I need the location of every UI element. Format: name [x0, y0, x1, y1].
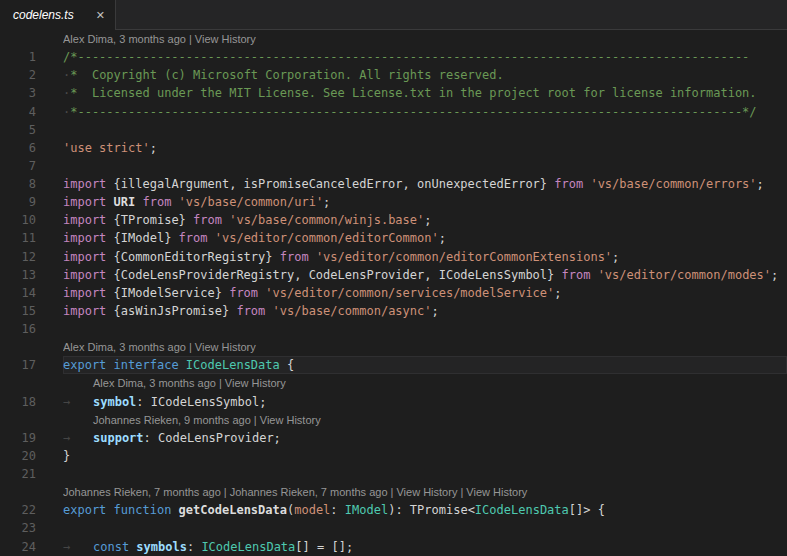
code-line-content[interactable]: export interface ICodeLensData { — [63, 356, 787, 374]
code-line-content[interactable]: ·* Licensed under the MIT License. See L… — [63, 84, 787, 102]
line-number[interactable]: 9 — [0, 195, 63, 209]
token-prop: symbol — [93, 395, 136, 409]
line-number[interactable]: 24 — [0, 540, 63, 554]
code-row: 9import URI from 'vs/base/common/uri'; — [0, 193, 787, 211]
code-line-content[interactable]: import {illegalArgument, isPromiseCancel… — [63, 175, 787, 193]
code-line-content[interactable]: 'use strict'; — [63, 139, 787, 157]
code-line-content[interactable]: /*--------------------------------------… — [63, 48, 787, 66]
code-row: 1/*-------------------------------------… — [0, 48, 787, 66]
line-number[interactable]: 18 — [0, 395, 63, 409]
line-number[interactable]: 6 — [0, 141, 63, 155]
code-line-content[interactable] — [63, 121, 787, 139]
code-line-content[interactable]: import {TPromise} from 'vs/base/common/w… — [63, 211, 787, 229]
code-line-content[interactable] — [63, 157, 787, 175]
token-ctrl: import — [63, 304, 114, 318]
code-line-content[interactable]: import {CommonEditorRegistry} from 'vs/e… — [63, 248, 787, 266]
line-number[interactable]: 17 — [0, 358, 63, 372]
line-number[interactable]: 1 — [0, 50, 63, 64]
code-row: 6'use strict'; — [0, 139, 787, 157]
code-line-content[interactable] — [63, 519, 787, 537]
token-plain: {CodeLensProviderRegistry, CodeLensProvi… — [114, 268, 562, 282]
line-number[interactable]: 14 — [0, 286, 63, 300]
code-text: } — [63, 449, 70, 463]
code-line-content[interactable]: } — [63, 447, 787, 465]
line-number[interactable]: 23 — [0, 521, 63, 535]
code-line-content[interactable] — [63, 465, 787, 483]
code-line-content[interactable]: ·* Copyright (c) Microsoft Corporation. … — [63, 66, 787, 84]
token-ctrl: import — [63, 213, 114, 227]
line-number[interactable]: 7 — [0, 159, 63, 173]
close-icon[interactable]: ✕ — [96, 10, 105, 21]
tab-title: codelens.ts — [13, 8, 74, 22]
codelens-content: Alex Dima, 3 months ago | View History — [63, 374, 787, 392]
code-line-content[interactable]: export function getCodeLensData(model: I… — [63, 501, 787, 519]
token-ctrl: import — [63, 177, 114, 191]
codelens-content: Alex Dima, 3 months ago | View History — [63, 30, 787, 48]
codelens-row: Alex Dima, 3 months ago | View History — [0, 374, 787, 392]
line-number[interactable]: 20 — [0, 449, 63, 463]
line-number[interactable]: 4 — [0, 105, 63, 119]
token-ctrl: import — [63, 250, 114, 264]
token-plain: [] = []; — [295, 540, 353, 554]
code-text: import {TPromise} from 'vs/base/common/w… — [63, 213, 432, 227]
token-plain: ; — [323, 195, 330, 209]
code-line-content[interactable]: import URI from 'vs/base/common/uri'; — [63, 193, 787, 211]
token-ctrl: from — [179, 231, 215, 245]
code-line-content[interactable]: ·*--------------------------------------… — [63, 103, 787, 121]
token-ctrl: from — [562, 268, 598, 282]
code-text: import {IModel} from 'vs/editor/common/e… — [63, 231, 446, 245]
codelens-content: Johannes Rieken, 7 months ago | Johannes… — [63, 483, 787, 501]
code-line-content[interactable]: →const symbols: ICodeLensData[] = []; — [63, 538, 787, 556]
token-str: 'vs/editor/common/services/modelService' — [265, 286, 554, 300]
line-number[interactable]: 13 — [0, 268, 63, 282]
line-number[interactable]: 8 — [0, 177, 63, 191]
token-plain: ; — [439, 231, 446, 245]
line-number[interactable]: 5 — [0, 123, 63, 137]
token-plain: ; — [424, 213, 431, 227]
code-line-content[interactable]: import {asWinJsPromise} from 'vs/base/co… — [63, 302, 787, 320]
code-line-content[interactable]: import {IModelService} from 'vs/editor/c… — [63, 284, 787, 302]
token-param: model — [294, 503, 330, 517]
line-number[interactable]: 15 — [0, 304, 63, 318]
code-text: ·* Licensed under the MIT License. See L… — [63, 86, 757, 100]
codelens-link[interactable]: Alex Dima, 3 months ago | View History — [63, 341, 256, 353]
line-number[interactable]: 2 — [0, 68, 63, 82]
token-type: ICodeLensData — [475, 503, 569, 517]
token-ctrl: from — [229, 286, 265, 300]
token-type: ICodeLensData — [201, 540, 295, 554]
token-prop: support — [93, 431, 144, 445]
code-editor[interactable]: Alex Dima, 3 months ago | View History1/… — [0, 30, 787, 556]
code-row: 15import {asWinJsPromise} from 'vs/base/… — [0, 302, 787, 320]
code-line-content[interactable]: import {IModel} from 'vs/editor/common/e… — [63, 229, 787, 247]
token-str: 'vs/base/common/uri' — [179, 195, 324, 209]
token-type: ICodeLensData — [186, 358, 287, 372]
token-fn: URI — [114, 195, 143, 209]
codelens-link[interactable]: Johannes Rieken, 9 months ago | View His… — [93, 414, 321, 426]
code-row: 2·* Copyright (c) Microsoft Corporation.… — [0, 66, 787, 84]
codelens-link[interactable]: Alex Dima, 3 months ago | View History — [93, 377, 286, 389]
token-kw: function — [114, 503, 179, 517]
code-text: 'use strict'; — [63, 141, 157, 155]
code-line-content[interactable] — [63, 320, 787, 338]
line-number[interactable]: 3 — [0, 86, 63, 100]
codelens-link[interactable]: Alex Dima, 3 months ago | View History — [63, 33, 256, 45]
line-number[interactable]: 22 — [0, 503, 63, 517]
code-line-content[interactable]: →symbol: ICodeLensSymbol; — [63, 393, 787, 411]
editor-rows: Alex Dima, 3 months ago | View History1/… — [0, 30, 787, 556]
code-line-content[interactable]: import {CodeLensProviderRegistry, CodeLe… — [63, 266, 787, 284]
line-number[interactable]: 19 — [0, 431, 63, 445]
tab-codelens[interactable]: codelens.ts ✕ — [0, 0, 115, 30]
token-ctrl: import — [63, 268, 114, 282]
code-row: 5 — [0, 121, 787, 139]
line-number[interactable]: 21 — [0, 467, 63, 481]
line-number[interactable]: 12 — [0, 250, 63, 264]
line-number[interactable]: 11 — [0, 231, 63, 245]
codelens-content: Johannes Rieken, 9 months ago | View His… — [63, 411, 787, 429]
code-text: import URI from 'vs/base/common/uri'; — [63, 195, 330, 209]
line-number[interactable]: 16 — [0, 322, 63, 336]
token-plain: ; — [150, 141, 157, 155]
line-number[interactable]: 10 — [0, 213, 63, 227]
codelens-link[interactable]: Johannes Rieken, 7 months ago | Johannes… — [63, 486, 527, 498]
code-row: 7 — [0, 157, 787, 175]
code-line-content[interactable]: →support: CodeLensProvider; — [63, 429, 787, 447]
